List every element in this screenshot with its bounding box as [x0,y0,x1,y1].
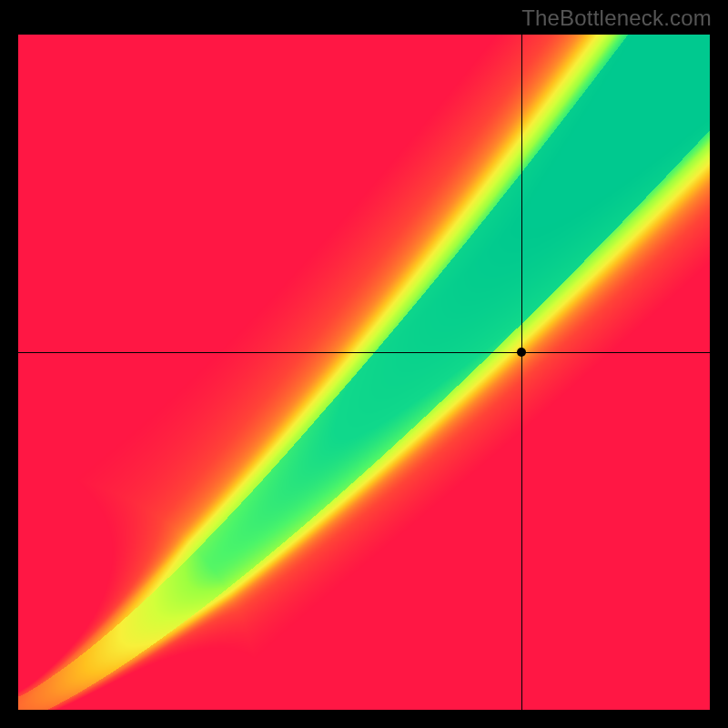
selection-marker [517,348,526,357]
heatmap-canvas [18,35,710,710]
heatmap-plot [18,35,710,710]
chart-container: TheBottleneck.com [0,0,728,728]
crosshair-horizontal [18,352,710,353]
crosshair-vertical [521,35,522,710]
watermark-label: TheBottleneck.com [521,5,712,31]
